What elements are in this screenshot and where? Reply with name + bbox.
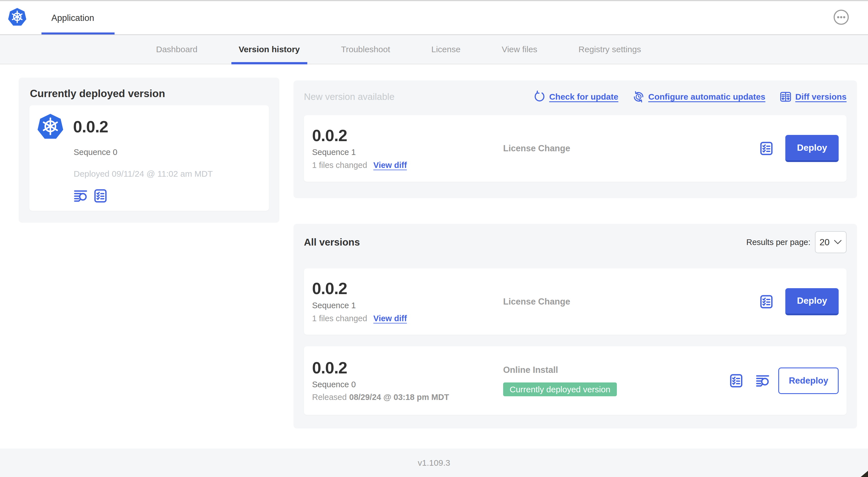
deployed-timestamp: Deployed 09/11/24 @ 11:02 am MDT bbox=[74, 169, 213, 179]
new-version-row: 0.0.2 Sequence 1 1 files changed View di… bbox=[304, 115, 846, 182]
admin-console-version: v1.109.3 bbox=[417, 458, 450, 468]
tab-license[interactable]: License bbox=[431, 44, 461, 54]
install-type-title: Online Install bbox=[503, 365, 558, 375]
deployed-version-number: 0.0.2 bbox=[73, 117, 108, 136]
all-versions-panel: All versions Results per page: 20 0.0.2 … bbox=[293, 224, 857, 428]
checklist-icon bbox=[728, 373, 744, 388]
preflight-checks-button[interactable] bbox=[759, 141, 774, 156]
released-timestamp: Released08/29/24 @ 03:18 pm MDT bbox=[312, 393, 449, 402]
view-logs-button[interactable] bbox=[755, 373, 770, 388]
release-title: License Change bbox=[503, 297, 570, 307]
deploy-button[interactable]: Deploy bbox=[785, 288, 839, 315]
version-row: 0.0.2 Sequence 1 1 files changed View di… bbox=[304, 268, 846, 335]
auto-update-icon bbox=[632, 91, 645, 103]
new-version-panel: New version available Check for update bbox=[293, 81, 857, 198]
preflight-checks-button[interactable] bbox=[759, 294, 774, 309]
view-logs-button[interactable] bbox=[73, 188, 88, 204]
preflight-checks-button[interactable] bbox=[728, 373, 744, 388]
tab-troubleshoot[interactable]: Troubleshoot bbox=[341, 44, 390, 54]
kubernetes-logo-icon bbox=[7, 7, 27, 28]
diff-icon bbox=[779, 91, 792, 103]
deploy-button[interactable]: Deploy bbox=[785, 135, 839, 162]
tab-version-history[interactable]: Version history bbox=[239, 44, 300, 54]
files-changed-text: 1 files changed bbox=[312, 314, 367, 323]
version-sequence: Sequence 1 bbox=[312, 148, 356, 157]
tab-registry-settings[interactable]: Registry settings bbox=[579, 44, 641, 54]
app-subnav: Dashboard Version history Troubleshoot L… bbox=[0, 34, 868, 64]
app-footer: v1.109.3 bbox=[0, 448, 868, 477]
deployed-sequence: Sequence 0 bbox=[74, 148, 117, 157]
checklist-icon bbox=[759, 141, 774, 156]
refresh-icon bbox=[533, 91, 546, 103]
release-title: License Change bbox=[503, 143, 570, 153]
logs-icon bbox=[755, 373, 770, 388]
tab-view-files[interactable]: View files bbox=[502, 44, 537, 54]
currently-deployed-title: Currently deployed version bbox=[30, 88, 268, 100]
results-per-page-select[interactable]: 20 bbox=[815, 231, 846, 253]
new-version-title: New version available bbox=[304, 91, 395, 102]
app-header: Application bbox=[0, 1, 868, 34]
configure-automatic-updates-link[interactable]: Configure automatic updates bbox=[632, 91, 765, 103]
version-sequence: Sequence 0 bbox=[312, 380, 356, 389]
chevron-down-icon bbox=[834, 240, 842, 245]
check-for-update-link[interactable]: Check for update bbox=[533, 91, 618, 103]
currently-deployed-card: 0.0.2 Sequence 0 Deployed 09/11/24 @ 11:… bbox=[29, 105, 269, 211]
diff-versions-link[interactable]: Diff versions bbox=[779, 91, 846, 103]
view-diff-link[interactable]: View diff bbox=[373, 314, 407, 323]
preflight-checks-button[interactable] bbox=[93, 188, 108, 204]
version-number: 0.0.2 bbox=[312, 280, 347, 297]
results-per-page-label: Results per page: bbox=[746, 238, 810, 247]
active-app-underline bbox=[41, 32, 115, 34]
ellipsis-circle-icon bbox=[833, 9, 849, 25]
all-versions-title: All versions bbox=[304, 237, 360, 248]
kubernetes-logo-icon bbox=[36, 113, 64, 141]
app-tab-title[interactable]: Application bbox=[51, 13, 94, 23]
currently-deployed-badge: Currently deployed version bbox=[503, 383, 617, 396]
version-sequence: Sequence 1 bbox=[312, 301, 356, 310]
overflow-menu-button[interactable] bbox=[833, 9, 849, 25]
view-diff-link[interactable]: View diff bbox=[373, 160, 407, 170]
version-number: 0.0.2 bbox=[312, 127, 347, 144]
version-row: 0.0.2 Sequence 0 Released08/29/24 @ 03:1… bbox=[304, 346, 846, 415]
checklist-icon bbox=[93, 188, 108, 204]
version-number: 0.0.2 bbox=[312, 359, 347, 377]
redeploy-button[interactable]: Redeploy bbox=[778, 367, 839, 394]
tab-dashboard[interactable]: Dashboard bbox=[156, 44, 197, 54]
currently-deployed-panel: Currently deployed version 0.0.2 Sequenc… bbox=[19, 78, 279, 223]
checklist-icon bbox=[759, 294, 774, 309]
files-changed-text: 1 files changed bbox=[312, 160, 367, 170]
logs-icon bbox=[73, 188, 88, 204]
